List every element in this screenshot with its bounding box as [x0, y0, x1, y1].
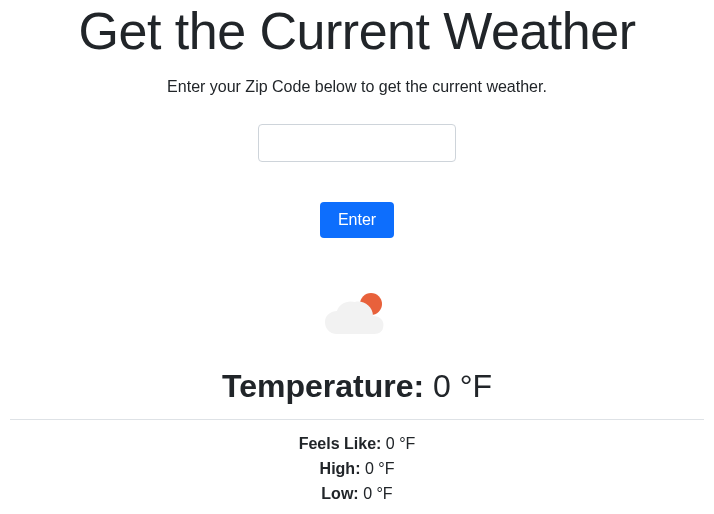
high-value: 0 °F — [365, 460, 395, 477]
temperature-label: Temperature: — [222, 368, 424, 404]
feels-like-row: Feels Like: 0 °F — [10, 432, 704, 457]
feels-like-label: Feels Like: — [299, 435, 382, 452]
weather-details: Feels Like: 0 °F High: 0 °F Low: 0 °F — [10, 432, 704, 506]
low-row: Low: 0 °F — [10, 482, 704, 507]
temperature-row: Temperature: 0 °F — [10, 368, 704, 405]
page-title: Get the Current Weather — [10, 0, 704, 62]
divider — [10, 419, 704, 420]
page-subtitle: Enter your Zip Code below to get the cur… — [10, 78, 704, 96]
enter-button[interactable]: Enter — [320, 202, 394, 238]
low-value: 0 °F — [363, 485, 393, 502]
feels-like-value: 0 °F — [386, 435, 416, 452]
high-row: High: 0 °F — [10, 457, 704, 482]
temperature-value: 0 °F — [433, 368, 492, 404]
cloud-sun-icon — [323, 290, 391, 340]
zip-input[interactable] — [258, 124, 456, 162]
high-label: High: — [320, 460, 361, 477]
weather-icon-container — [10, 290, 704, 340]
low-label: Low: — [321, 485, 358, 502]
